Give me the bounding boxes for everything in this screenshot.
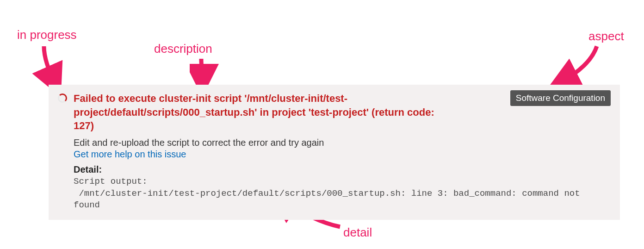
annotation-in-progress: in progress — [17, 28, 77, 42]
annotation-aspect: aspect — [588, 29, 624, 44]
arrow-description — [190, 56, 227, 87]
error-description: Failed to execute cluster-init script '/… — [74, 92, 453, 133]
arrow-aspect — [548, 44, 604, 88]
status-column — [58, 92, 71, 103]
error-content: Failed to execute cluster-init script '/… — [71, 92, 611, 212]
arrow-in-progress — [30, 44, 67, 88]
spinner-icon — [58, 93, 67, 103]
annotation-detail: detail — [343, 225, 372, 240]
aspect-badge: Software Configuration — [510, 90, 611, 106]
annotation-description: description — [154, 42, 212, 56]
detail-label: Detail: — [74, 164, 611, 175]
help-link[interactable]: Get more help on this issue — [74, 149, 186, 160]
error-card: Failed to execute cluster-init script '/… — [49, 85, 620, 220]
error-recommendation: Edit and re-upload the script to correct… — [74, 137, 611, 148]
detail-output: Script output: /mnt/cluster-init/test-pr… — [74, 176, 611, 212]
